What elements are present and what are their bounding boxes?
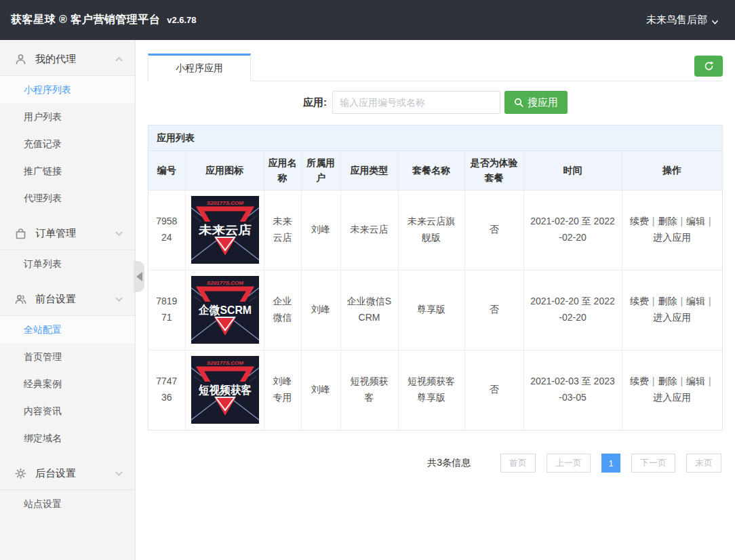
tab-bar: 小程序应用 bbox=[148, 54, 723, 81]
cell-app-type: 短视频获客 bbox=[340, 350, 398, 430]
sidebar-group-label: 前台设置 bbox=[35, 293, 106, 306]
search-button[interactable]: 搜应用 bbox=[504, 91, 568, 114]
search-input[interactable] bbox=[332, 91, 500, 114]
pagination-page-1-button[interactable]: 1 bbox=[601, 454, 620, 473]
cell-app-owner: 刘峰 bbox=[301, 190, 340, 270]
brand: 获客星球 ® 客户营销管理平台 v2.6.78 bbox=[11, 13, 197, 27]
renew-link[interactable]: 续费 bbox=[630, 376, 649, 386]
cell-app-icon: S20177S.COM 企微SCRM bbox=[185, 270, 264, 350]
action-separator: | bbox=[680, 216, 683, 226]
cell-row-actions: 续费|删除|编辑|进入应用 bbox=[622, 350, 722, 430]
sidebar-item-bind-domain[interactable]: 绑定域名 bbox=[0, 424, 135, 452]
user-menu[interactable]: 未来鸟售后部 bbox=[646, 14, 719, 26]
bag-icon bbox=[15, 228, 26, 239]
sidebar: 我的代理 小程序列表 用户列表 充值记录 推广链接 代理列表 订单管理 订单列表 bbox=[0, 40, 136, 560]
panel-title: 应用列表 bbox=[148, 125, 722, 151]
sidebar-item-site-config[interactable]: 全站配置 bbox=[0, 316, 135, 343]
sidebar-group-frontend-settings[interactable]: 前台设置 bbox=[0, 283, 135, 315]
sidebar-item-agent-list[interactable]: 代理列表 bbox=[0, 184, 135, 212]
action-separator: | bbox=[709, 376, 711, 386]
app-icon-image: S20177S.COM 企微SCRM bbox=[191, 276, 259, 344]
cell-time-range: 2021-02-20 至 2022-02-20 bbox=[523, 190, 622, 270]
app-icon-label-text: 企微SCRM bbox=[198, 304, 252, 317]
enter-app-link[interactable]: 进入应用 bbox=[653, 392, 691, 403]
col-trial: 是否为体验套餐 bbox=[464, 151, 523, 190]
cell-app-icon: S20177S.COM 短视频获客 bbox=[185, 350, 264, 430]
sidebar-group-order-management[interactable]: 订单管理 bbox=[0, 217, 135, 249]
enter-app-link[interactable]: 进入应用 bbox=[653, 232, 691, 243]
action-separator: | bbox=[652, 376, 655, 386]
cell-trial-flag: 否 bbox=[464, 190, 523, 270]
delete-link[interactable]: 删除 bbox=[658, 216, 677, 226]
edit-link[interactable]: 编辑 bbox=[686, 376, 705, 386]
cell-trial-flag: 否 bbox=[464, 270, 523, 350]
people-icon bbox=[15, 294, 26, 305]
cell-row-actions: 续费|删除|编辑|进入应用 bbox=[622, 270, 722, 350]
tab-miniprogram-apps[interactable]: 小程序应用 bbox=[148, 54, 251, 81]
action-separator: | bbox=[680, 296, 683, 306]
delete-link[interactable]: 删除 bbox=[658, 376, 677, 386]
cell-app-icon: S20177S.COM 未来云店 bbox=[185, 190, 264, 270]
refresh-button[interactable] bbox=[694, 56, 723, 77]
col-name: 应用名称 bbox=[264, 151, 301, 190]
col-time: 时间 bbox=[523, 151, 622, 190]
sidebar-group-my-agency[interactable]: 我的代理 bbox=[0, 43, 135, 75]
search-form: 应用: 搜应用 bbox=[148, 91, 723, 114]
search-label: 应用: bbox=[303, 96, 327, 109]
cell-app-id: 774736 bbox=[148, 350, 185, 430]
col-icon: 应用图标 bbox=[185, 151, 264, 190]
table-header-row: 编号 应用图标 应用名称 所属用户 应用类型 套餐名称 是否为体验套餐 时间 操… bbox=[148, 151, 722, 190]
sidebar-item-order-list[interactable]: 订单列表 bbox=[0, 250, 135, 277]
sidebar-group-backend-settings[interactable]: 后台设置 bbox=[0, 457, 135, 489]
cell-time-range: 2021-02-20 至 2022-02-20 bbox=[523, 270, 622, 350]
pagination-first-button[interactable]: 首页 bbox=[500, 454, 536, 473]
table-row: 781971 S20177S.COM 企微SCRM 企业微信 刘峰 企业微信 bbox=[148, 270, 722, 350]
sidebar-item-classic-cases[interactable]: 经典案例 bbox=[0, 370, 135, 397]
cell-app-type: 企业微信SCRM bbox=[340, 270, 398, 350]
app-title: 获客星球 ® 客户营销管理平台 bbox=[11, 13, 160, 27]
cell-app-name: 企业微信 bbox=[264, 270, 301, 350]
chevron-down-icon bbox=[115, 230, 123, 237]
renew-link[interactable]: 续费 bbox=[630, 216, 649, 226]
cell-app-id: 781971 bbox=[148, 270, 185, 350]
cell-package-name: 短视频获客尊享版 bbox=[398, 350, 464, 430]
cell-app-type: 未来云店 bbox=[340, 190, 398, 270]
col-type: 应用类型 bbox=[340, 151, 398, 190]
sidebar-item-recharge-records[interactable]: 充值记录 bbox=[0, 130, 135, 157]
app-icon-label-text: 短视频获客 bbox=[198, 384, 252, 397]
action-separator: | bbox=[652, 296, 655, 306]
sidebar-collapse-handle[interactable] bbox=[134, 261, 144, 292]
search-icon bbox=[514, 98, 523, 107]
edit-link[interactable]: 编辑 bbox=[686, 296, 705, 306]
pagination-prev-button[interactable]: 上一页 bbox=[547, 454, 591, 473]
sidebar-item-user-list[interactable]: 用户列表 bbox=[0, 103, 135, 130]
sidebar-item-miniprogram-list[interactable]: 小程序列表 bbox=[0, 76, 135, 103]
delete-link[interactable]: 删除 bbox=[658, 296, 677, 306]
cell-row-actions: 续费|删除|编辑|进入应用 bbox=[622, 190, 722, 270]
chevron-down-icon bbox=[115, 470, 123, 477]
sidebar-group-label: 我的代理 bbox=[35, 53, 106, 66]
cell-app-owner: 刘峰 bbox=[301, 270, 340, 350]
cell-trial-flag: 否 bbox=[464, 350, 523, 430]
sidebar-item-homepage-management[interactable]: 首页管理 bbox=[0, 343, 135, 370]
collapse-arrow-icon bbox=[136, 272, 142, 281]
action-separator: | bbox=[652, 216, 655, 226]
sidebar-item-content-news[interactable]: 内容资讯 bbox=[0, 397, 135, 424]
sidebar-item-site-settings[interactable]: 站点设置 bbox=[0, 490, 135, 517]
pagination: 共3条信息 首页 上一页 1 下一页 末页 bbox=[149, 454, 721, 473]
app-icon-domain-text: S20177S.COM bbox=[207, 280, 243, 286]
cell-app-id: 795824 bbox=[148, 190, 185, 270]
renew-link[interactable]: 续费 bbox=[630, 296, 649, 306]
enter-app-link[interactable]: 进入应用 bbox=[653, 312, 691, 323]
edit-link[interactable]: 编辑 bbox=[686, 216, 705, 226]
cell-package-name: 尊享版 bbox=[398, 270, 464, 350]
chevron-down-icon bbox=[711, 16, 719, 24]
table-row: 795824 S20177S.COM 未来云店 未来云店 刘峰 未来云店 bbox=[148, 190, 722, 270]
cell-app-owner: 刘峰 bbox=[301, 350, 340, 430]
pagination-last-button[interactable]: 末页 bbox=[686, 454, 721, 473]
app-list-panel: 应用列表 编号 应用图标 应用名称 所属用户 应用类型 套餐名称 是否为体验 bbox=[148, 125, 723, 431]
chevron-up-icon bbox=[115, 56, 123, 63]
pagination-next-button[interactable]: 下一页 bbox=[631, 454, 675, 473]
app-table-body: 795824 S20177S.COM 未来云店 未来云店 刘峰 未来云店 bbox=[148, 190, 722, 430]
sidebar-item-promo-links[interactable]: 推广链接 bbox=[0, 157, 135, 184]
